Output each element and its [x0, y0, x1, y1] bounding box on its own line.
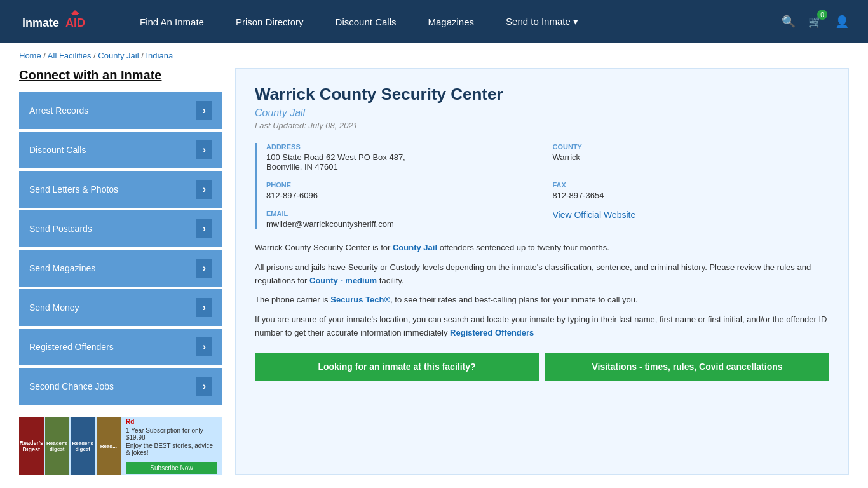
address-line1: 100 State Road 62 West PO Box 487, [266, 152, 543, 162]
sidebar-item-label: Send Magazines [29, 263, 95, 273]
sidebar-item-label: Second Chance Jobs [29, 381, 114, 391]
sidebar-item-label: Send Letters & Photos [29, 184, 118, 194]
facility-description: Warrick County Security Center is for Co… [255, 241, 829, 340]
facility-website: View Official Website [553, 210, 830, 229]
sidebar-item-label: Discount Calls [29, 145, 86, 155]
user-icon[interactable]: 👤 [835, 15, 849, 29]
phone-value: 812-897-6096 [266, 191, 543, 200]
ad-subtext: Enjoy the BEST stories, advice & jokes! [126, 442, 217, 456]
ad-image: Reader'sDigest [19, 417, 44, 475]
sidebar-item-label: Arrest Records [29, 105, 88, 116]
securus-link[interactable]: Securus Tech® [330, 295, 390, 304]
sidebar-arrow-icon: › [196, 219, 212, 238]
county-value: Warrick [553, 152, 830, 162]
ad-image: Reader'sdigest [45, 417, 70, 475]
header-icons: 🔍 🛒 0 👤 [782, 15, 849, 29]
sidebar-title: Connect with an Inmate [19, 68, 222, 83]
facility-content: Warrick County Security Center County Ja… [235, 68, 849, 475]
county-jail-link[interactable]: County Jail [393, 243, 437, 252]
sidebar-item-send-magazines[interactable]: Send Magazines › [19, 250, 222, 287]
find-inmate-button[interactable]: Looking for an inmate at this facility? [255, 353, 539, 381]
ad-image: Read... [97, 417, 121, 475]
nav-discount-calls[interactable]: Discount Calls [336, 17, 397, 27]
sidebar-arrow-icon: › [196, 337, 212, 356]
county-label: COUNTY [553, 143, 830, 151]
desc-para-2: All prisons and jails have Security or C… [255, 261, 829, 288]
breadcrumb: Home / All Facilities / County Jail / In… [0, 43, 868, 68]
sidebar-ad[interactable]: Reader'sDigest Reader'sdigest Reader'sdi… [19, 417, 222, 475]
sidebar-item-send-money[interactable]: Send Money › [19, 289, 222, 326]
fax-label: FAX [553, 181, 830, 189]
ad-subscribe-button[interactable]: Subscribe Now [126, 462, 217, 474]
nav-find-inmate[interactable]: Find An Inmate [140, 17, 204, 27]
address-line2: Boonville, IN 47601 [266, 162, 543, 172]
facility-info-grid: ADDRESS 100 State Road 62 West PO Box 48… [255, 143, 829, 229]
sidebar-item-send-postcards[interactable]: Send Postcards › [19, 210, 222, 247]
logo-area[interactable]: inmate AID [19, 9, 114, 34]
address-label: ADDRESS [266, 143, 543, 151]
facility-fax: FAX 812-897-3654 [553, 181, 830, 200]
logo-icon: inmate AID [19, 9, 95, 34]
sidebar-item-registered-offenders[interactable]: Registered Offenders › [19, 329, 222, 365]
sidebar-arrow-icon: › [196, 140, 212, 159]
facility-county: COUNTY Warrick [553, 143, 830, 172]
svg-rect-3 [72, 13, 78, 15]
ad-image: Reader'sdigest [71, 417, 95, 475]
registered-offenders-link[interactable]: Registered Offenders [450, 328, 534, 337]
sidebar-arrow-icon: › [196, 259, 212, 278]
facility-subtitle: County Jail [255, 107, 829, 119]
fax-value: 812-897-3654 [553, 191, 830, 200]
breadcrumb-indiana[interactable]: Indiana [146, 51, 173, 60]
sidebar-item-second-chance[interactable]: Second Chance Jobs › [19, 368, 222, 405]
nav-magazines[interactable]: Magazines [428, 17, 474, 27]
sidebar-item-discount-calls[interactable]: Discount Calls › [19, 132, 222, 168]
sidebar-item-label: Send Postcards [29, 224, 92, 234]
facility-phone: PHONE 812-897-6096 [266, 181, 543, 200]
facility-last-updated: Last Updated: July 08, 2021 [255, 121, 829, 130]
breadcrumb-home[interactable]: Home [19, 51, 41, 60]
nav-prison-directory[interactable]: Prison Directory [236, 17, 304, 27]
sidebar-arrow-icon: › [196, 298, 212, 317]
main-header: inmate AID Find An Inmate Prison Directo… [0, 0, 868, 43]
email-value: mwilder@warrickcountysheriff.com [266, 219, 543, 229]
ad-text: Rd 1 Year Subscription for only $19.98 E… [121, 417, 222, 475]
phone-label: PHONE [266, 181, 543, 189]
desc-para-3: The phone carrier is Securus Tech®, to s… [255, 294, 829, 307]
sidebar-item-send-letters[interactable]: Send Letters & Photos › [19, 171, 222, 208]
ad-headline: 1 Year Subscription for only $19.98 [126, 427, 217, 441]
main-nav: Find An Inmate Prison Directory Discount… [140, 16, 782, 27]
email-label: EMAIL [266, 210, 543, 217]
sidebar-item-label: Send Money [29, 302, 79, 313]
sidebar-arrow-icon: › [196, 101, 212, 120]
action-buttons: Looking for an inmate at this facility? … [255, 353, 829, 381]
breadcrumb-county-jail[interactable]: County Jail [98, 51, 139, 60]
svg-text:inmate: inmate [22, 17, 59, 29]
sidebar: Connect with an Inmate Arrest Records › … [19, 68, 222, 475]
nav-send-to-inmate[interactable]: Send to Inmate ▾ [506, 16, 578, 27]
county-medium-link[interactable]: County - medium [309, 276, 377, 285]
cart-icon[interactable]: 🛒 0 [808, 15, 822, 29]
sidebar-arrow-icon: › [196, 377, 212, 396]
breadcrumb-all-facilities[interactable]: All Facilities [48, 51, 92, 60]
desc-para-1: Warrick County Security Center is for Co… [255, 241, 829, 255]
sidebar-item-arrest-records[interactable]: Arrest Records › [19, 92, 222, 129]
visitations-button[interactable]: Visitations - times, rules, Covid cancel… [545, 353, 829, 381]
cart-badge: 0 [817, 10, 827, 20]
sidebar-item-label: Registered Offenders [29, 342, 114, 352]
search-icon[interactable]: 🔍 [782, 15, 796, 29]
main-content: Connect with an Inmate Arrest Records › … [0, 68, 868, 488]
official-website-link[interactable]: View Official Website [553, 210, 636, 220]
svg-text:AID: AID [65, 17, 85, 29]
desc-para-4: If you are unsure of your inmate's locat… [255, 313, 829, 340]
facility-email: EMAIL mwilder@warrickcountysheriff.com [266, 210, 543, 229]
facility-address: ADDRESS 100 State Road 62 West PO Box 48… [266, 143, 543, 172]
sidebar-arrow-icon: › [196, 180, 212, 199]
facility-title: Warrick County Security Center [255, 85, 829, 104]
